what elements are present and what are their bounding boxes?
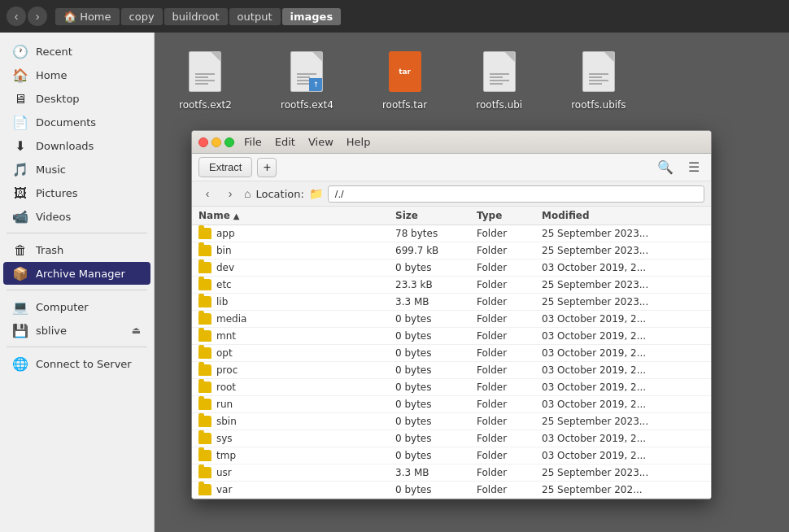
file-modified: 25 September 2023... — [542, 467, 704, 478]
sidebar-divider-2 — [7, 290, 147, 290]
location-forward-button[interactable]: › — [221, 185, 239, 203]
file-row-name: mnt — [198, 330, 395, 342]
documents-icon: 📄 — [13, 115, 28, 129]
add-button[interactable]: + — [257, 158, 277, 177]
file-row-name: proc — [198, 364, 395, 376]
pictures-icon: 🖼 — [13, 185, 28, 200]
file-type: Folder — [477, 279, 542, 290]
sidebar-item-desktop[interactable]: 🖥 Desktop — [3, 87, 150, 110]
location-home-button[interactable]: ⌂ — [244, 187, 251, 200]
sidebar-item-documents[interactable]: 📄 Documents — [3, 111, 150, 133]
table-row[interactable]: root 0 bytes Folder 03 October 2019, 2..… — [192, 379, 711, 396]
table-row[interactable]: sys 0 bytes Folder 03 October 2019, 2... — [192, 430, 711, 447]
table-row[interactable]: mnt 0 bytes Folder 03 October 2019, 2... — [192, 328, 711, 345]
location-folder-icon: 📁 — [309, 187, 323, 200]
table-row[interactable]: sbin 0 bytes Folder 25 September 2023... — [192, 413, 711, 430]
file-size: 0 bytes — [395, 262, 477, 273]
file-type: Folder — [477, 245, 542, 256]
breadcrumb-images[interactable]: images — [282, 8, 342, 25]
sidebar-item-trash[interactable]: 🗑 Trash — [3, 238, 150, 261]
file-modified: 25 September 2023... — [542, 279, 704, 290]
archive-toolbar: Extract + 🔍 ☰ — [192, 154, 711, 181]
file-rootfs-tar[interactable]: tar rootfs.tar — [382, 49, 427, 111]
sidebar-item-home[interactable]: 🏠 Home — [3, 63, 150, 86]
back-button[interactable]: ‹ — [7, 7, 26, 26]
table-row[interactable]: proc 0 bytes Folder 03 October 2019, 2..… — [192, 362, 711, 379]
file-type: Folder — [477, 484, 542, 495]
menu-help[interactable]: Help — [347, 136, 371, 148]
header-name[interactable]: Name ▲ — [198, 210, 395, 221]
table-row[interactable]: lib 3.3 MB Folder 25 September 2023... — [192, 294, 711, 311]
downloads-icon: ⬇ — [13, 138, 28, 153]
table-row[interactable]: app 78 bytes Folder 25 September 2023... — [192, 225, 711, 242]
file-modified: 03 October 2019, 2... — [542, 364, 704, 376]
location-label: Location: — [255, 188, 303, 200]
sidebar-item-music[interactable]: 🎵 Music — [3, 158, 150, 181]
file-rootfs-ubifs[interactable]: rootfs.ubifs — [571, 49, 626, 111]
breadcrumb-home[interactable]: 🏠 Home — [55, 8, 120, 25]
top-bar: ‹ › 🏠 Home copy buildroot output images — [0, 0, 789, 33]
menu-edit[interactable]: Edit — [275, 136, 295, 148]
sidebar-label-computer: Computer — [36, 301, 89, 313]
file-size: 0 bytes — [395, 364, 477, 376]
file-type: Folder — [477, 228, 542, 239]
sidebar-label-music: Music — [36, 164, 66, 176]
file-type: Folder — [477, 313, 542, 325]
location-back-button[interactable]: ‹ — [198, 185, 216, 203]
window-minimize-button[interactable] — [211, 137, 221, 147]
table-row[interactable]: opt 0 bytes Folder 03 October 2019, 2... — [192, 345, 711, 362]
menu-file[interactable]: File — [244, 136, 262, 148]
sidebar-item-sblive[interactable]: 💾 sblive ⏏ — [3, 319, 150, 342]
search-button[interactable]: 🔍 — [652, 158, 678, 177]
table-row[interactable]: run 0 bytes Folder 03 October 2019, 2... — [192, 396, 711, 413]
extract-button[interactable]: Extract — [198, 157, 252, 177]
file-label-ubi: rootfs.ubi — [476, 99, 522, 111]
folder-icon — [198, 416, 211, 427]
sidebar-item-connect[interactable]: 🌐 Connect to Server — [3, 352, 150, 375]
file-name: proc — [216, 364, 238, 376]
forward-button[interactable]: › — [28, 7, 47, 26]
sidebar-item-computer[interactable]: 💻 Computer — [3, 295, 150, 318]
sidebar-item-downloads[interactable]: ⬇ Downloads — [3, 134, 150, 157]
window-maximize-button[interactable] — [224, 137, 234, 147]
sidebar-item-pictures[interactable]: 🖼 Pictures — [3, 181, 150, 204]
folder-icon — [198, 279, 211, 290]
table-row[interactable]: tmp 0 bytes Folder 03 October 2019, 2... — [192, 447, 711, 464]
window-menu: File Edit View Help — [244, 136, 370, 148]
breadcrumb-output[interactable]: output — [229, 8, 281, 25]
file-name: opt — [216, 347, 233, 359]
eject-icon[interactable]: ⏏ — [132, 325, 141, 336]
breadcrumb-buildroot[interactable]: buildroot — [164, 8, 228, 25]
file-size: 3.3 MB — [395, 296, 477, 307]
table-row[interactable]: dev 0 bytes Folder 03 October 2019, 2... — [192, 259, 711, 277]
table-row[interactable]: media 0 bytes Folder 03 October 2019, 2.… — [192, 311, 711, 328]
file-row-name: sys — [198, 433, 395, 444]
file-rootfs-ubi[interactable]: rootfs.ubi — [476, 49, 522, 111]
file-rootfs-ext2[interactable]: rootfs.ext2 — [179, 49, 232, 111]
table-row[interactable]: etc 23.3 kB Folder 25 September 2023... — [192, 277, 711, 294]
nav-buttons: ‹ › — [7, 7, 47, 26]
header-modified[interactable]: Modified — [542, 210, 704, 221]
file-rootfs-ext4[interactable]: ↑ rootfs.ext4 — [281, 49, 333, 111]
sidebar-item-videos[interactable]: 📹 Videos — [3, 205, 150, 228]
folder-icon — [198, 399, 211, 410]
file-name: root — [216, 382, 236, 393]
file-size: 0 bytes — [395, 347, 477, 359]
window-close-button[interactable] — [198, 137, 208, 147]
table-row[interactable]: var 0 bytes Folder 25 September 202... — [192, 482, 711, 499]
sidebar-divider-1 — [7, 233, 147, 233]
table-row[interactable]: usr 3.3 MB Folder 25 September 2023... — [192, 464, 711, 482]
sidebar-item-recent[interactable]: 🕐 Recent — [3, 40, 150, 63]
file-modified: 03 October 2019, 2... — [542, 399, 704, 410]
hamburger-menu-button[interactable]: ☰ — [683, 158, 704, 177]
breadcrumb-copy[interactable]: copy — [121, 8, 163, 25]
sidebar-item-archive[interactable]: 📦 Archive Manager — [3, 262, 150, 285]
archive-window: File Edit View Help Extract + 🔍 ☰ ‹ › ⌂ … — [191, 130, 712, 499]
menu-view[interactable]: View — [308, 136, 333, 148]
header-size[interactable]: Size — [395, 210, 477, 221]
file-type: Folder — [477, 450, 542, 461]
location-input[interactable] — [328, 185, 704, 203]
table-row[interactable]: bin 699.7 kB Folder 25 September 2023... — [192, 242, 711, 259]
header-type[interactable]: Type — [477, 210, 542, 221]
location-path: 📁 — [309, 185, 704, 203]
